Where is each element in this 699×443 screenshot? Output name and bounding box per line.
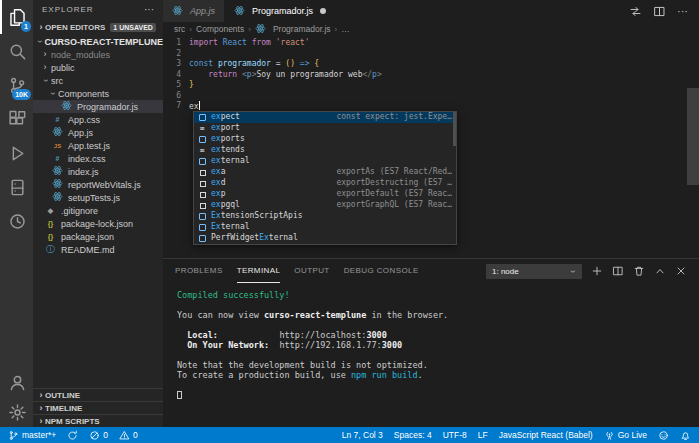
file-tree-item[interactable]: index.js: [33, 165, 163, 178]
kill-terminal-icon[interactable]: [633, 265, 645, 277]
suggestion-item[interactable]: PerfWidgetExternal: [194, 233, 456, 244]
suggestion-label: PerfWidgetExternal: [211, 233, 298, 244]
status-javascript-react-babel[interactable]: JavaScript React (Babel): [499, 431, 593, 440]
status-feedback-icon[interactable]: [658, 430, 669, 441]
run-debug-icon: [8, 144, 27, 163]
close-panel-icon[interactable]: [675, 265, 687, 277]
breadcrumb[interactable]: src›Components›Programador.js›…: [163, 22, 699, 36]
status-ln-7-col-3[interactable]: Ln 7, Col 3: [342, 431, 383, 440]
status-0[interactable]: 0: [119, 430, 138, 441]
maximize-panel-icon[interactable]: [654, 265, 666, 277]
file-tree-item[interactable]: ›CURSO-REACT-TEMPLUNE: [33, 35, 163, 48]
suggestion-item[interactable]: ≡extends: [194, 145, 456, 156]
panel-tab-terminal[interactable]: TERMINAL: [237, 259, 281, 283]
file-tree-item[interactable]: {}package.json: [33, 230, 163, 243]
more-actions-icon[interactable]: ···: [677, 5, 688, 18]
status-bar-left: master*+00: [8, 430, 138, 441]
suggestion-item[interactable]: exaexportAs (ES7 React/Red…: [194, 167, 456, 178]
status-master[interactable]: master*+: [8, 430, 56, 441]
tab-programador-js[interactable]: Programador.js: [225, 0, 336, 22]
text-cursor: [199, 101, 200, 110]
breadcrumb-item[interactable]: Components: [196, 24, 244, 34]
activity-live-share-button[interactable]: [0, 204, 33, 238]
suggestion-item[interactable]: expectconst expect: jest.Expe…: [194, 112, 456, 123]
activity-extensions-button[interactable]: [0, 102, 33, 136]
sidebar-section-npm-scripts[interactable]: ›NPM SCRIPTS: [33, 414, 163, 427]
suggestion-item[interactable]: ExtensionScriptApis: [194, 211, 456, 222]
terminal-line: [177, 350, 685, 360]
terminal-output[interactable]: Compiled successfully!You can now view c…: [163, 283, 699, 407]
activity-account-button[interactable]: [0, 367, 33, 397]
suggestion-item[interactable]: exports: [194, 134, 456, 145]
file-tree-item[interactable]: ›node_modules: [33, 48, 163, 61]
file-tree-item[interactable]: reportWebVitals.js: [33, 178, 163, 191]
file-tree-item[interactable]: ›Components: [33, 87, 163, 100]
file-tree-item[interactable]: ›src: [33, 74, 163, 87]
split-editor-icon[interactable]: [653, 5, 666, 18]
info-icon: ⓘ: [45, 244, 59, 255]
chevron-right-icon: ›: [37, 404, 45, 413]
status-spaces-4[interactable]: Spaces: 4: [394, 431, 432, 440]
code-line: 3const programador = () => {: [163, 59, 699, 70]
file-tree-item[interactable]: JSApp.test.js: [33, 139, 163, 152]
open-editors-section[interactable]: › OPEN EDITORS 1 UNSAVED: [33, 19, 163, 35]
suggestion-item[interactable]: expexportDefault (ES7 Reac…: [194, 189, 456, 200]
file-tree-item[interactable]: setupTests.js: [33, 191, 163, 204]
suggestion-item[interactable]: external: [194, 156, 456, 167]
activity-run-debug-button[interactable]: [0, 136, 33, 170]
status-0[interactable]: 0: [89, 430, 108, 441]
activity-badge: 1: [21, 21, 31, 32]
chevron-right-icon: ›: [41, 63, 49, 72]
activity-search-button[interactable]: [0, 34, 33, 68]
branch-icon: [8, 430, 19, 441]
activity-remote-explorer-button[interactable]: [0, 170, 33, 204]
status-sync-icon[interactable]: [67, 430, 78, 441]
suggestion-item[interactable]: External: [194, 222, 456, 233]
file-tree-item-label: App.css: [68, 115, 100, 125]
suggestion-item[interactable]: exdexportDestructing (ES7 …: [194, 178, 456, 189]
code-line: 7ex: [163, 101, 699, 112]
status-bell-icon[interactable]: [680, 430, 691, 441]
activity-source-control-button[interactable]: 10K: [0, 68, 33, 102]
open-changes-icon[interactable]: [629, 5, 642, 18]
file-tree-item[interactable]: App.js: [33, 126, 163, 139]
activity-files-button[interactable]: 1: [0, 0, 33, 34]
panel-tab-output[interactable]: OUTPUT: [294, 259, 329, 283]
status-utf-8[interactable]: UTF-8: [443, 431, 467, 440]
terminal-select[interactable]: 1: node ›: [486, 264, 582, 279]
tab-app-js[interactable]: App.js: [163, 0, 225, 22]
file-tree-item[interactable]: ⓘREADME.md: [33, 243, 163, 256]
panel-tab-debug-console[interactable]: DEBUG CONSOLE: [344, 259, 419, 283]
status-lf[interactable]: LF: [478, 431, 488, 440]
suggestion-detail: const expect: jest.Expe…: [336, 112, 452, 123]
file-tree-item[interactable]: ◆.gitignore: [33, 204, 163, 217]
status-go-live[interactable]: Go Live: [604, 430, 647, 441]
split-terminal-icon[interactable]: [612, 265, 624, 277]
activity-settings-button[interactable]: [0, 397, 33, 427]
breadcrumb-item[interactable]: …: [341, 24, 350, 34]
more-actions-icon[interactable]: ···: [144, 4, 154, 15]
new-terminal-icon[interactable]: [591, 265, 603, 277]
code-line: 2: [163, 49, 699, 60]
suggestion-item[interactable]: expgqlexportGraphQL (ES7 Reac…: [194, 200, 456, 211]
code-editor[interactable]: 1import React from 'react'23const progra…: [163, 36, 699, 258]
chevron-down-icon: ›: [41, 77, 50, 85]
breadcrumb-item[interactable]: src: [174, 24, 185, 34]
panel-tab-problems[interactable]: PROBLEMS: [175, 259, 223, 283]
suggestion-item[interactable]: ≡export: [194, 123, 456, 134]
file-tree-item[interactable]: {}package-lock.json: [33, 217, 163, 230]
file-tree-item[interactable]: #App.css: [33, 113, 163, 126]
error-icon: [89, 430, 100, 441]
sidebar-section-outline[interactable]: ›OUTLINE: [33, 388, 163, 401]
sidebar-section-timeline[interactable]: ›TIMELINE: [33, 401, 163, 414]
file-tree-item[interactable]: ›public: [33, 61, 163, 74]
editor-scrollbar[interactable]: [687, 88, 699, 185]
suggestion-label: expgql: [211, 200, 240, 211]
symbol-variable-icon: [198, 136, 207, 143]
symbol-snippet-icon: [198, 181, 207, 187]
react-icon: [52, 126, 66, 139]
breadcrumb-item[interactable]: Programador.js: [273, 24, 331, 34]
file-tree-item[interactable]: #index.css: [33, 152, 163, 165]
file-tree-item-label: node_modules: [51, 50, 110, 60]
file-tree-item[interactable]: Programador.js: [33, 100, 163, 113]
